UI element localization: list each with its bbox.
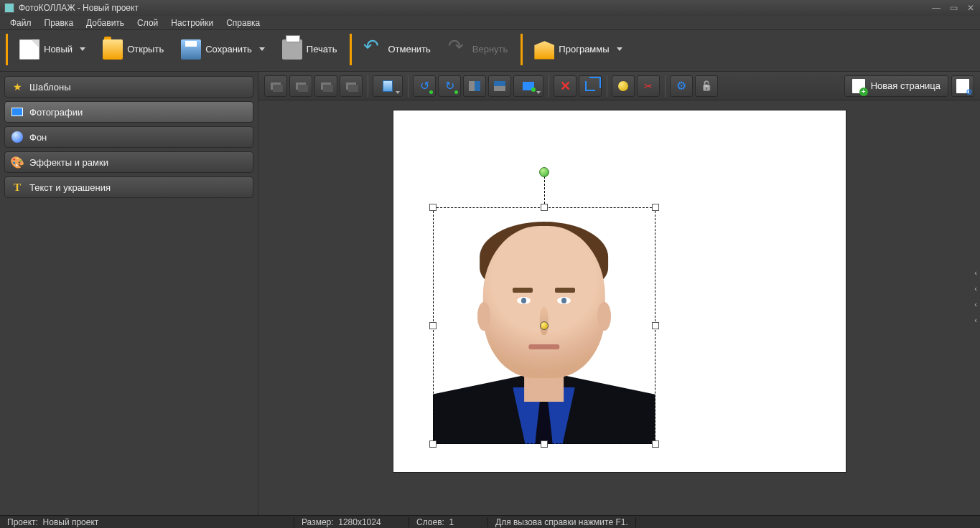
selected-object[interactable] bbox=[433, 207, 655, 444]
expand-chevron-icon: ‹ bbox=[974, 284, 977, 293]
flip-horizontal-button[interactable] bbox=[463, 75, 486, 97]
menu-layer[interactable]: Слой bbox=[131, 16, 164, 29]
chevron-down-icon bbox=[396, 91, 400, 94]
fit-button[interactable] bbox=[513, 75, 543, 97]
resize-handle-sw[interactable] bbox=[429, 440, 437, 448]
save-button[interactable]: Сохранить bbox=[175, 37, 271, 62]
new-page-icon bbox=[852, 79, 865, 93]
fit-icon bbox=[523, 82, 534, 90]
menu-settings[interactable]: Настройки bbox=[165, 16, 219, 29]
expand-chevron-icon: ‹ bbox=[974, 316, 977, 324]
new-page-button[interactable]: Новая страница bbox=[844, 75, 948, 97]
right-panel-collapsed[interactable]: ‹ ‹ ‹ ‹ bbox=[971, 265, 980, 327]
layer-bottom-icon bbox=[346, 82, 356, 90]
menu-edit[interactable]: Правка bbox=[39, 16, 80, 29]
flip-v-icon bbox=[494, 81, 505, 91]
save-label: Сохранить bbox=[205, 44, 252, 55]
resize-handle-w[interactable] bbox=[429, 322, 437, 329]
resize-handle-n[interactable] bbox=[541, 204, 548, 211]
canvas-viewport[interactable] bbox=[258, 100, 980, 515]
status-bar: Проект: Новый проект Размер: 1280x1024 С… bbox=[0, 515, 980, 528]
menu-bar: Файл Правка Добавить Слой Настройки Спра… bbox=[0, 16, 980, 30]
scissors-icon bbox=[642, 80, 655, 93]
rotate-right-icon bbox=[443, 80, 456, 93]
lock-button[interactable] bbox=[695, 75, 718, 97]
redo-button[interactable]: Вернуть bbox=[442, 37, 514, 62]
delete-button[interactable]: ✕ bbox=[554, 75, 577, 97]
layer-up-icon bbox=[271, 82, 281, 90]
rotation-line bbox=[544, 173, 545, 207]
new-button[interactable]: Новый bbox=[14, 37, 91, 62]
crop-button[interactable] bbox=[579, 75, 602, 97]
undo-button[interactable]: Отменить bbox=[358, 37, 436, 62]
expand-chevron-icon: ‹ bbox=[974, 300, 977, 308]
maximize-button[interactable]: ▭ bbox=[948, 3, 958, 13]
palette-icon: 🎨 bbox=[11, 156, 24, 169]
print-label: Печать bbox=[307, 44, 337, 55]
flip-vertical-button[interactable] bbox=[488, 75, 511, 97]
sidebar-item-text[interactable]: T Текст и украшения bbox=[4, 176, 253, 198]
menu-file[interactable]: Файл bbox=[4, 16, 37, 29]
center-handle[interactable] bbox=[540, 321, 549, 330]
programs-button[interactable]: Программы bbox=[528, 37, 627, 62]
sidebar-item-label: Эффекты и рамки bbox=[29, 157, 108, 168]
resize-handle-ne[interactable] bbox=[652, 204, 659, 211]
rotate-left-button[interactable] bbox=[413, 75, 436, 97]
chevron-down-icon bbox=[259, 47, 265, 51]
chevron-down-icon bbox=[80, 47, 85, 51]
rotation-handle[interactable] bbox=[539, 167, 549, 177]
resize-handle-se[interactable] bbox=[652, 440, 659, 448]
send-backward-button[interactable] bbox=[289, 75, 312, 97]
window-title: ФотоКОЛЛАЖ - Новый проект bbox=[19, 3, 931, 13]
sidebar-item-photos[interactable]: Фотографии bbox=[4, 101, 253, 123]
flip-h-icon bbox=[469, 81, 480, 91]
globe-icon bbox=[11, 131, 24, 143]
sidebar-item-templates[interactable]: ★ Шаблоны bbox=[4, 76, 253, 98]
crop-icon bbox=[585, 81, 595, 91]
new-page-label: Новая страница bbox=[871, 80, 941, 91]
layer-top-icon bbox=[321, 82, 331, 90]
minimize-button[interactable]: — bbox=[931, 3, 941, 13]
menu-help[interactable]: Справка bbox=[220, 16, 266, 29]
resize-handle-e[interactable] bbox=[652, 322, 659, 329]
box-icon bbox=[534, 39, 554, 60]
close-button[interactable]: ✕ bbox=[966, 3, 976, 13]
layer-down-icon bbox=[296, 82, 306, 90]
status-project: Проект: Новый проект bbox=[0, 517, 294, 527]
status-help: Для вызова справки нажмите F1. bbox=[488, 517, 636, 527]
bring-forward-button[interactable] bbox=[264, 75, 287, 97]
delete-icon: ✕ bbox=[559, 80, 571, 93]
redo-label: Вернуть bbox=[472, 44, 508, 55]
editor-toolbar: ✕ Новая страница bbox=[258, 72, 980, 100]
star-icon: ★ bbox=[11, 80, 24, 93]
effects-icon bbox=[618, 81, 628, 91]
effects-button[interactable] bbox=[612, 75, 635, 97]
send-back-button[interactable] bbox=[340, 75, 363, 97]
canvas-page[interactable] bbox=[393, 110, 846, 472]
print-button[interactable]: Печать bbox=[276, 37, 343, 62]
sidebar-item-label: Фотографии bbox=[29, 107, 83, 118]
resize-handle-s[interactable] bbox=[541, 440, 548, 448]
sidebar-item-background[interactable]: Фон bbox=[4, 126, 253, 148]
programs-label: Программы bbox=[559, 44, 609, 55]
page-properties-button[interactable] bbox=[951, 75, 974, 97]
new-icon bbox=[19, 39, 39, 60]
sidebar-item-effects[interactable]: 🎨 Эффекты и рамки bbox=[4, 151, 253, 173]
lock-icon bbox=[700, 80, 713, 93]
settings-button[interactable] bbox=[670, 75, 693, 97]
print-icon bbox=[282, 39, 302, 60]
new-label: Новый bbox=[44, 44, 73, 55]
resize-handle-nw[interactable] bbox=[429, 204, 437, 211]
title-bar: ФотоКОЛЛАЖ - Новый проект — ▭ ✕ bbox=[0, 0, 980, 16]
menu-add[interactable]: Добавить bbox=[80, 16, 130, 29]
undo-icon bbox=[363, 39, 383, 60]
text-icon: T bbox=[11, 181, 24, 194]
cut-button[interactable] bbox=[637, 75, 660, 97]
open-button[interactable]: Открыть bbox=[97, 37, 169, 62]
sidebar-item-label: Фон bbox=[29, 132, 47, 143]
rotate-right-button[interactable] bbox=[438, 75, 461, 97]
bring-front-button[interactable] bbox=[314, 75, 337, 97]
redo-icon bbox=[448, 39, 468, 60]
align-button[interactable] bbox=[373, 75, 403, 97]
open-label: Открыть bbox=[127, 44, 164, 55]
